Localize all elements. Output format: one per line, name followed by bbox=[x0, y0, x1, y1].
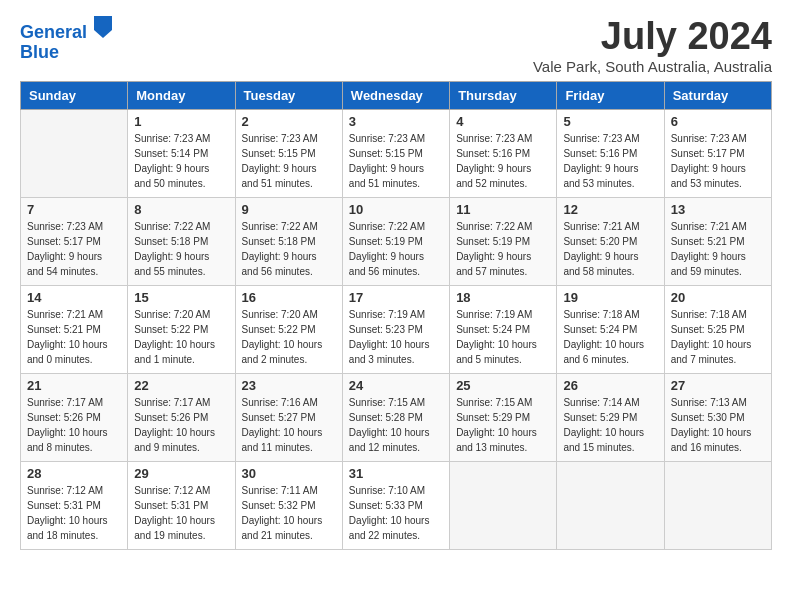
col-header-wednesday: Wednesday bbox=[342, 81, 449, 109]
day-info: Sunrise: 7:23 AM Sunset: 5:17 PM Dayligh… bbox=[27, 219, 121, 279]
day-info: Sunrise: 7:22 AM Sunset: 5:19 PM Dayligh… bbox=[349, 219, 443, 279]
day-cell: 22Sunrise: 7:17 AM Sunset: 5:26 PM Dayli… bbox=[128, 373, 235, 461]
day-number: 19 bbox=[563, 290, 657, 305]
day-number: 25 bbox=[456, 378, 550, 393]
day-info: Sunrise: 7:22 AM Sunset: 5:19 PM Dayligh… bbox=[456, 219, 550, 279]
day-info: Sunrise: 7:14 AM Sunset: 5:29 PM Dayligh… bbox=[563, 395, 657, 455]
day-cell: 28Sunrise: 7:12 AM Sunset: 5:31 PM Dayli… bbox=[21, 461, 128, 549]
day-number: 22 bbox=[134, 378, 228, 393]
day-number: 30 bbox=[242, 466, 336, 481]
title-block: July 2024 Vale Park, South Australia, Au… bbox=[533, 16, 772, 75]
day-cell bbox=[450, 461, 557, 549]
day-cell: 21Sunrise: 7:17 AM Sunset: 5:26 PM Dayli… bbox=[21, 373, 128, 461]
day-number: 23 bbox=[242, 378, 336, 393]
day-cell: 7Sunrise: 7:23 AM Sunset: 5:17 PM Daylig… bbox=[21, 197, 128, 285]
day-info: Sunrise: 7:23 AM Sunset: 5:16 PM Dayligh… bbox=[563, 131, 657, 191]
day-number: 13 bbox=[671, 202, 765, 217]
day-number: 11 bbox=[456, 202, 550, 217]
day-cell: 30Sunrise: 7:11 AM Sunset: 5:32 PM Dayli… bbox=[235, 461, 342, 549]
day-cell: 8Sunrise: 7:22 AM Sunset: 5:18 PM Daylig… bbox=[128, 197, 235, 285]
week-row-5: 28Sunrise: 7:12 AM Sunset: 5:31 PM Dayli… bbox=[21, 461, 772, 549]
col-header-thursday: Thursday bbox=[450, 81, 557, 109]
logo-blue: Blue bbox=[20, 43, 112, 63]
day-info: Sunrise: 7:23 AM Sunset: 5:17 PM Dayligh… bbox=[671, 131, 765, 191]
day-cell: 26Sunrise: 7:14 AM Sunset: 5:29 PM Dayli… bbox=[557, 373, 664, 461]
day-number: 21 bbox=[27, 378, 121, 393]
day-number: 28 bbox=[27, 466, 121, 481]
day-number: 24 bbox=[349, 378, 443, 393]
day-info: Sunrise: 7:23 AM Sunset: 5:16 PM Dayligh… bbox=[456, 131, 550, 191]
week-row-2: 7Sunrise: 7:23 AM Sunset: 5:17 PM Daylig… bbox=[21, 197, 772, 285]
svg-marker-0 bbox=[94, 16, 112, 38]
day-number: 15 bbox=[134, 290, 228, 305]
day-cell: 27Sunrise: 7:13 AM Sunset: 5:30 PM Dayli… bbox=[664, 373, 771, 461]
day-cell: 31Sunrise: 7:10 AM Sunset: 5:33 PM Dayli… bbox=[342, 461, 449, 549]
day-info: Sunrise: 7:19 AM Sunset: 5:23 PM Dayligh… bbox=[349, 307, 443, 367]
day-info: Sunrise: 7:12 AM Sunset: 5:31 PM Dayligh… bbox=[134, 483, 228, 543]
day-info: Sunrise: 7:21 AM Sunset: 5:21 PM Dayligh… bbox=[671, 219, 765, 279]
location-title: Vale Park, South Australia, Australia bbox=[533, 58, 772, 75]
day-cell bbox=[664, 461, 771, 549]
calendar-header-row: SundayMondayTuesdayWednesdayThursdayFrid… bbox=[21, 81, 772, 109]
day-number: 29 bbox=[134, 466, 228, 481]
day-cell: 18Sunrise: 7:19 AM Sunset: 5:24 PM Dayli… bbox=[450, 285, 557, 373]
day-number: 10 bbox=[349, 202, 443, 217]
day-cell: 10Sunrise: 7:22 AM Sunset: 5:19 PM Dayli… bbox=[342, 197, 449, 285]
day-cell: 15Sunrise: 7:20 AM Sunset: 5:22 PM Dayli… bbox=[128, 285, 235, 373]
day-info: Sunrise: 7:21 AM Sunset: 5:20 PM Dayligh… bbox=[563, 219, 657, 279]
day-number: 18 bbox=[456, 290, 550, 305]
day-number: 4 bbox=[456, 114, 550, 129]
day-info: Sunrise: 7:21 AM Sunset: 5:21 PM Dayligh… bbox=[27, 307, 121, 367]
logo-general: General bbox=[20, 22, 87, 42]
day-number: 5 bbox=[563, 114, 657, 129]
day-cell: 29Sunrise: 7:12 AM Sunset: 5:31 PM Dayli… bbox=[128, 461, 235, 549]
day-cell: 23Sunrise: 7:16 AM Sunset: 5:27 PM Dayli… bbox=[235, 373, 342, 461]
month-title: July 2024 bbox=[533, 16, 772, 58]
day-info: Sunrise: 7:13 AM Sunset: 5:30 PM Dayligh… bbox=[671, 395, 765, 455]
day-cell: 12Sunrise: 7:21 AM Sunset: 5:20 PM Dayli… bbox=[557, 197, 664, 285]
calendar-table: SundayMondayTuesdayWednesdayThursdayFrid… bbox=[20, 81, 772, 550]
col-header-sunday: Sunday bbox=[21, 81, 128, 109]
day-info: Sunrise: 7:23 AM Sunset: 5:15 PM Dayligh… bbox=[242, 131, 336, 191]
day-cell: 25Sunrise: 7:15 AM Sunset: 5:29 PM Dayli… bbox=[450, 373, 557, 461]
day-number: 27 bbox=[671, 378, 765, 393]
week-row-1: 1Sunrise: 7:23 AM Sunset: 5:14 PM Daylig… bbox=[21, 109, 772, 197]
day-cell: 9Sunrise: 7:22 AM Sunset: 5:18 PM Daylig… bbox=[235, 197, 342, 285]
day-info: Sunrise: 7:19 AM Sunset: 5:24 PM Dayligh… bbox=[456, 307, 550, 367]
day-info: Sunrise: 7:22 AM Sunset: 5:18 PM Dayligh… bbox=[242, 219, 336, 279]
day-info: Sunrise: 7:23 AM Sunset: 5:15 PM Dayligh… bbox=[349, 131, 443, 191]
day-cell: 16Sunrise: 7:20 AM Sunset: 5:22 PM Dayli… bbox=[235, 285, 342, 373]
day-info: Sunrise: 7:16 AM Sunset: 5:27 PM Dayligh… bbox=[242, 395, 336, 455]
week-row-3: 14Sunrise: 7:21 AM Sunset: 5:21 PM Dayli… bbox=[21, 285, 772, 373]
day-cell bbox=[557, 461, 664, 549]
day-info: Sunrise: 7:15 AM Sunset: 5:29 PM Dayligh… bbox=[456, 395, 550, 455]
day-info: Sunrise: 7:11 AM Sunset: 5:32 PM Dayligh… bbox=[242, 483, 336, 543]
day-info: Sunrise: 7:18 AM Sunset: 5:25 PM Dayligh… bbox=[671, 307, 765, 367]
day-number: 12 bbox=[563, 202, 657, 217]
day-cell: 20Sunrise: 7:18 AM Sunset: 5:25 PM Dayli… bbox=[664, 285, 771, 373]
day-number: 31 bbox=[349, 466, 443, 481]
day-cell: 17Sunrise: 7:19 AM Sunset: 5:23 PM Dayli… bbox=[342, 285, 449, 373]
day-cell: 6Sunrise: 7:23 AM Sunset: 5:17 PM Daylig… bbox=[664, 109, 771, 197]
day-number: 7 bbox=[27, 202, 121, 217]
logo: General Blue bbox=[20, 16, 112, 63]
day-info: Sunrise: 7:12 AM Sunset: 5:31 PM Dayligh… bbox=[27, 483, 121, 543]
day-number: 8 bbox=[134, 202, 228, 217]
day-number: 2 bbox=[242, 114, 336, 129]
day-cell: 2Sunrise: 7:23 AM Sunset: 5:15 PM Daylig… bbox=[235, 109, 342, 197]
day-info: Sunrise: 7:18 AM Sunset: 5:24 PM Dayligh… bbox=[563, 307, 657, 367]
day-number: 3 bbox=[349, 114, 443, 129]
week-row-4: 21Sunrise: 7:17 AM Sunset: 5:26 PM Dayli… bbox=[21, 373, 772, 461]
day-number: 1 bbox=[134, 114, 228, 129]
header: General Blue July 2024 Vale Park, South … bbox=[20, 16, 772, 75]
day-cell: 3Sunrise: 7:23 AM Sunset: 5:15 PM Daylig… bbox=[342, 109, 449, 197]
day-cell: 1Sunrise: 7:23 AM Sunset: 5:14 PM Daylig… bbox=[128, 109, 235, 197]
day-number: 6 bbox=[671, 114, 765, 129]
day-info: Sunrise: 7:17 AM Sunset: 5:26 PM Dayligh… bbox=[134, 395, 228, 455]
day-number: 20 bbox=[671, 290, 765, 305]
day-cell bbox=[21, 109, 128, 197]
logo-icon bbox=[94, 16, 112, 38]
day-cell: 19Sunrise: 7:18 AM Sunset: 5:24 PM Dayli… bbox=[557, 285, 664, 373]
day-number: 16 bbox=[242, 290, 336, 305]
day-info: Sunrise: 7:10 AM Sunset: 5:33 PM Dayligh… bbox=[349, 483, 443, 543]
